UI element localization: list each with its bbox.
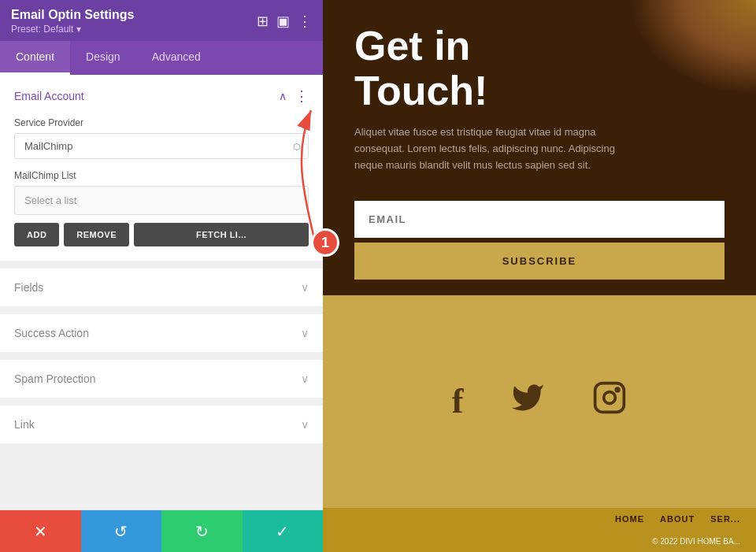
service-provider-wrapper: MailChimp bbox=[14, 133, 309, 159]
more-icon[interactable]: ⋮ bbox=[298, 13, 312, 30]
success-action-title: Success Action bbox=[14, 327, 89, 339]
tab-content[interactable]: Content bbox=[0, 41, 70, 75]
action-buttons: ADD REMOVE FETCH LI... bbox=[14, 223, 309, 246]
add-button[interactable]: ADD bbox=[14, 223, 59, 246]
footer-link-about[interactable]: ABOUT bbox=[660, 514, 695, 524]
spam-protection-section: Spam Protection ∨ bbox=[0, 360, 323, 398]
hero-section: Get in Touch! Aliquet vitae fusce est tr… bbox=[323, 0, 756, 190]
success-action-header[interactable]: Success Action ∨ bbox=[0, 314, 323, 352]
link-header[interactable]: Link ∨ bbox=[0, 406, 323, 443]
close-button[interactable]: ✕ bbox=[0, 510, 81, 552]
preset-label: Preset: Default bbox=[11, 24, 73, 35]
window-icon[interactable]: ⊞ bbox=[257, 13, 269, 30]
layout-icon[interactable]: ▣ bbox=[276, 13, 290, 30]
left-panel: Email Optin Settings Preset: Default ▾ ⊞… bbox=[0, 0, 323, 552]
svg-point-3 bbox=[617, 388, 620, 391]
undo-button[interactable]: ↺ bbox=[81, 510, 162, 552]
divider-2 bbox=[0, 308, 323, 314]
success-action-section: Success Action ∨ bbox=[0, 314, 323, 352]
fields-chevron[interactable]: ∨ bbox=[301, 281, 309, 294]
header-icons: ⊞ ▣ ⋮ bbox=[257, 13, 312, 30]
subscribe-button[interactable]: SUBSCRIBE bbox=[354, 243, 724, 280]
footer-nav: HOME ABOUT SER... bbox=[323, 508, 756, 530]
link-title: Link bbox=[14, 418, 35, 431]
email-account-chevron-up[interactable]: ∧ bbox=[279, 90, 287, 102]
fields-title: Fields bbox=[14, 281, 43, 294]
tabs-bar: Content Design Advanced bbox=[0, 41, 323, 75]
email-account-header-right: ∧ ⋮ bbox=[279, 87, 309, 105]
badge-number: 1 bbox=[311, 228, 339, 257]
bottom-bar: ✕ ↺ ↻ ✓ bbox=[0, 509, 323, 552]
success-action-chevron[interactable]: ∨ bbox=[301, 327, 309, 339]
panel-title: Email Optin Settings bbox=[11, 8, 134, 22]
hero-title: Get in Touch! bbox=[354, 24, 724, 113]
preset-chevron: ▾ bbox=[76, 24, 81, 35]
link-section: Link ∨ bbox=[0, 406, 323, 443]
list-select-box[interactable]: Select a list bbox=[14, 186, 309, 215]
spam-protection-title: Spam Protection bbox=[14, 372, 96, 385]
email-account-title: Email Account bbox=[14, 90, 84, 102]
service-provider-select[interactable]: MailChimp bbox=[14, 133, 309, 159]
mailchimp-list-label: MailChimp List bbox=[14, 170, 309, 181]
link-chevron[interactable]: ∨ bbox=[301, 418, 309, 431]
divider-3 bbox=[0, 354, 323, 360]
hero-title-line2: Touch! bbox=[354, 68, 487, 113]
footer-copyright: © 2022 DIVI HOME BA... bbox=[323, 530, 756, 552]
tab-design[interactable]: Design bbox=[70, 41, 136, 75]
fields-section: Fields ∨ bbox=[0, 269, 323, 306]
email-account-header[interactable]: Email Account ∧ ⋮ bbox=[0, 75, 323, 117]
instagram-icon[interactable] bbox=[592, 380, 627, 423]
footer-link-services[interactable]: SER... bbox=[710, 514, 740, 524]
email-account-dots[interactable]: ⋮ bbox=[295, 87, 309, 105]
remove-button[interactable]: REMOVE bbox=[64, 223, 129, 246]
service-provider-label: Service Provider bbox=[14, 117, 309, 128]
footer-link-home[interactable]: HOME bbox=[615, 514, 644, 524]
panel-header: Email Optin Settings Preset: Default ▾ ⊞… bbox=[0, 0, 323, 41]
footer-copy-text: © 2022 DIVI HOME BA... bbox=[652, 537, 740, 546]
email-input[interactable] bbox=[354, 201, 724, 238]
list-placeholder-text: Select a list bbox=[24, 194, 76, 206]
svg-rect-1 bbox=[595, 383, 624, 413]
hero-title-line1: Get in bbox=[354, 23, 470, 69]
email-form: SUBSCRIBE bbox=[323, 190, 756, 295]
header-left: Email Optin Settings Preset: Default ▾ bbox=[11, 8, 134, 35]
twitter-icon[interactable] bbox=[510, 380, 545, 422]
tab-advanced[interactable]: Advanced bbox=[136, 41, 217, 75]
facebook-icon[interactable]: f bbox=[452, 381, 464, 421]
social-section: f bbox=[323, 295, 756, 508]
hero-text: Aliquet vitae fusce est tristique feugia… bbox=[354, 124, 622, 173]
redo-button[interactable]: ↻ bbox=[161, 510, 243, 552]
right-panel: Get in Touch! Aliquet vitae fusce est tr… bbox=[323, 0, 756, 552]
panel-preset[interactable]: Preset: Default ▾ bbox=[11, 24, 134, 35]
fields-header[interactable]: Fields ∨ bbox=[0, 269, 323, 306]
email-account-body: Service Provider MailChimp MailChimp Lis… bbox=[0, 117, 323, 261]
spam-protection-chevron[interactable]: ∨ bbox=[301, 372, 309, 385]
fetch-list-button[interactable]: FETCH LI... bbox=[134, 223, 309, 246]
spam-protection-header[interactable]: Spam Protection ∨ bbox=[0, 360, 323, 398]
email-account-section: Email Account ∧ ⋮ Service Provider MailC… bbox=[0, 75, 323, 261]
svg-point-2 bbox=[604, 392, 616, 404]
panel-content: Email Account ∧ ⋮ Service Provider MailC… bbox=[0, 75, 323, 509]
save-button[interactable]: ✓ bbox=[243, 510, 324, 552]
divider-1 bbox=[0, 262, 323, 269]
divider-4 bbox=[0, 399, 323, 406]
